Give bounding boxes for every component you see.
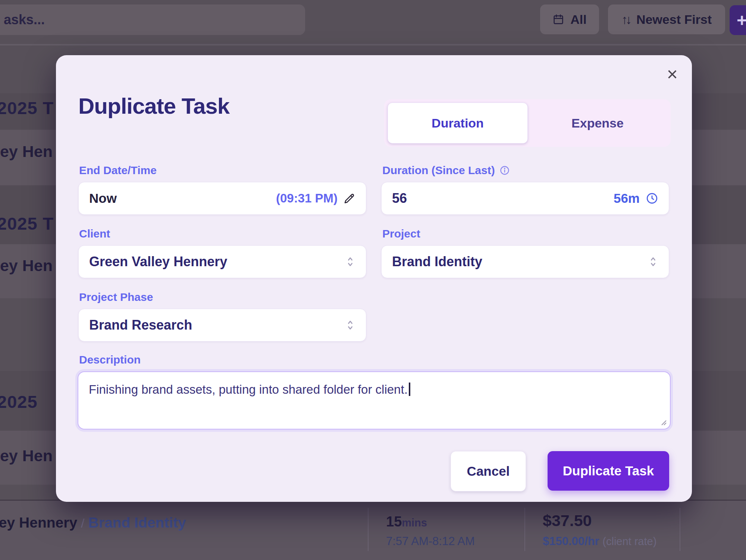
search-placeholder: asks...	[4, 12, 45, 28]
add-task-button[interactable]: +	[730, 5, 746, 35]
text-cursor	[409, 383, 410, 396]
close-icon[interactable]: ×	[667, 65, 678, 84]
project-value: Brand Identity	[392, 254, 482, 270]
sort-label: Newest First	[636, 12, 712, 27]
search-input[interactable]: asks...	[0, 4, 305, 35]
task-client-text: ley Hen	[0, 447, 53, 465]
footer-client-name: ley Hennery	[0, 515, 77, 531]
column-divider	[680, 508, 680, 551]
column-divider	[368, 508, 369, 551]
footer-rate: $150.00/hr (client rate)	[543, 535, 656, 548]
footer-duration: 15mins	[386, 514, 427, 530]
rate-value: $150.00/hr	[543, 535, 599, 548]
task-client-text: ley Hen	[0, 142, 53, 161]
group-date-text: 2025 T	[0, 213, 54, 234]
column-divider	[524, 508, 525, 551]
task-client-text: ley Hen	[0, 257, 53, 275]
description-text: Finishing brand assets, putting into sha…	[89, 383, 408, 396]
sort-button[interactable]: ↑↓ Newest First	[608, 4, 725, 34]
duration-formatted: 56m	[614, 191, 640, 206]
end-value: Now	[89, 191, 117, 206]
duplicate-task-button[interactable]: Duplicate Task	[548, 451, 669, 491]
resize-handle-icon[interactable]	[659, 418, 667, 426]
tab-expense[interactable]: Expense	[528, 103, 667, 144]
chevron-updown-icon	[648, 256, 658, 268]
footer-breadcrumb: ley Hennery/Brand Identity	[0, 515, 186, 531]
tab-duration[interactable]: Duration	[388, 103, 528, 144]
project-label: Project	[382, 227, 420, 240]
duplicate-task-dialog: × Duplicate Task Duration Expense End Da…	[56, 55, 692, 502]
chevron-updown-icon	[345, 256, 355, 268]
duration-value: 15	[386, 514, 402, 529]
entry-type-toggle: Duration Expense	[384, 99, 671, 147]
footer-project-link[interactable]: Brand Identity	[88, 515, 186, 531]
project-select[interactable]: Brand Identity	[381, 245, 669, 278]
cancel-button[interactable]: Cancel	[451, 451, 526, 491]
group-date-text: 2025	[0, 391, 38, 412]
client-select[interactable]: Green Valley Hennery	[78, 245, 366, 278]
date-filter-button[interactable]: All	[540, 4, 599, 34]
phase-label: Project Phase	[79, 291, 153, 303]
info-icon[interactable]	[499, 165, 510, 176]
duration-input[interactable]: 56 56m	[381, 182, 669, 215]
client-value: Green Valley Hennery	[89, 254, 227, 270]
app-root: { "colors": { "accent": "#6d28d9", "labe…	[0, 0, 746, 560]
phase-value: Brand Research	[89, 317, 192, 333]
duration-label: Duration (Since Last)	[382, 164, 510, 177]
footer-time-range: 7:57 AM-8:12 AM	[386, 535, 475, 548]
description-label: Description	[79, 353, 141, 366]
group-date-text: 2025 T	[0, 98, 54, 118]
description-textarea[interactable]: Finishing brand assets, putting into sha…	[78, 371, 671, 430]
duration-value: 56	[392, 191, 407, 206]
footer-amount: $37.50	[543, 512, 592, 530]
clock-icon	[646, 192, 658, 205]
sort-arrows-icon: ↑↓	[621, 12, 630, 27]
duration-unit: mins	[402, 517, 427, 529]
rate-note: (client rate)	[602, 535, 656, 547]
pencil-icon[interactable]	[344, 192, 355, 204]
end-datetime-field[interactable]: Now (09:31 PM)	[78, 182, 366, 215]
end-time-hint: (09:31 PM)	[276, 191, 338, 205]
chevron-updown-icon	[345, 319, 355, 331]
duration-label-text: Duration (Since Last)	[382, 164, 495, 177]
phase-select[interactable]: Brand Research	[78, 309, 366, 342]
date-filter-label: All	[570, 12, 586, 27]
calendar-icon	[552, 13, 564, 25]
client-label: Client	[79, 227, 110, 240]
end-datetime-label: End Date/Time	[79, 164, 157, 177]
breadcrumb-separator: /	[77, 516, 88, 530]
plus-icon: +	[737, 10, 746, 31]
dialog-title: Duplicate Task	[78, 93, 229, 119]
